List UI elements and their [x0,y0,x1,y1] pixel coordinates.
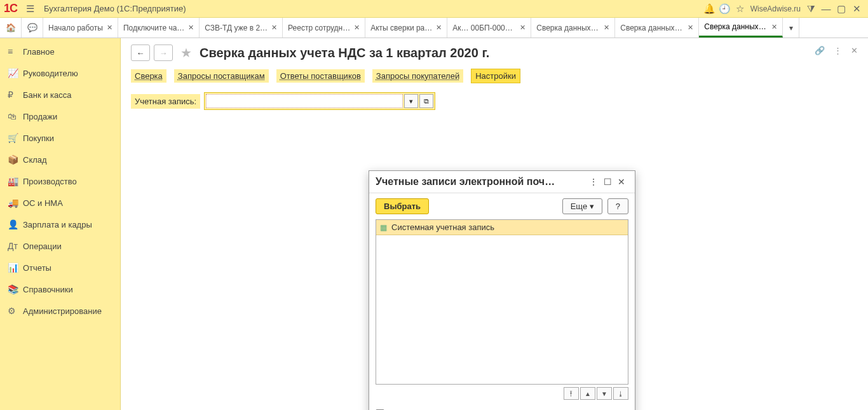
page-title: Сверка данных учета НДС за 1 квартал 202… [200,46,489,60]
minimize-icon[interactable]: — [818,3,834,14]
sidebar-item-main[interactable]: ≡Главное [0,41,120,62]
account-label: Учетная запись: [131,94,200,109]
list-item-label: Системная учетная запись [391,222,494,232]
subtab-zap-post[interactable]: Запросы поставщикам [174,69,269,83]
sidebar-item-label: ОС и НМА [23,198,63,208]
select-button[interactable]: Выбрать [376,198,429,214]
sidebar-item-prod[interactable]: 🏭Производство [0,170,120,192]
tab-6[interactable]: Сверка данных …✕ [531,18,615,38]
sidebar-item-label: Операции [23,242,62,251]
tab-close-icon[interactable]: ✕ [271,24,277,32]
sidebar-item-label: Банк и касса [23,90,72,100]
list-nav-last[interactable]: ⭳ [613,387,628,400]
tab-7[interactable]: Сверка данных …✕ [615,18,699,38]
tab-8[interactable]: Сверка данных …✕ [699,18,783,38]
tab-1[interactable]: Подключите ча…✕ [118,18,200,38]
kebab-icon[interactable]: ⋮ [834,46,842,55]
titlebar: 1C ☰ Бухгалтерия Демо (1С:Предприятие) 🔔… [0,0,868,18]
tab-close-icon[interactable]: ✕ [604,24,609,32]
dialog-close-icon[interactable]: ✕ [614,177,628,187]
tab-5[interactable]: Ак… 00БП-000001✕ [447,18,531,38]
sidebar-item-os[interactable]: 🚚ОС и НМА [0,192,120,214]
gear-icon: ⚙ [8,306,23,316]
dialog-title: Учетные записи электронной поч… [376,176,587,188]
close-page-icon[interactable]: ✕ [851,46,858,55]
nav-back-button[interactable]: ← [131,44,150,61]
history-icon[interactable]: 🕘 [717,3,733,15]
site-label: WiseAdwise.ru [750,4,801,13]
books-icon: 📚 [8,284,23,294]
ruble-icon: ₽ [8,90,23,100]
sidebar-item-label: Справочники [23,285,73,294]
list-nav-up[interactable]: ▲ [580,387,595,400]
discuss-button[interactable]: 💬 [22,18,43,38]
sidebar-item-admin[interactable]: ⚙Администрирование [0,300,120,322]
tab-close-icon[interactable]: ✕ [520,24,526,32]
bell-icon[interactable]: 🔔 [702,3,717,15]
subtabs: Сверка Запросы поставщикам Ответы постав… [131,69,858,83]
sidebar-item-reports[interactable]: 📊Отчеты [0,257,120,278]
sidebar-item-sales[interactable]: 🛍Продажи [0,106,120,127]
sidebar-item-label: Покупки [23,133,54,143]
subtab-settings[interactable]: Настройки [471,69,520,83]
chart-icon: 📈 [8,68,23,78]
sidebar-item-salary[interactable]: 👤Зарплата и кадры [0,214,120,235]
app-title: Бухгалтерия Демо (1С:Предприятие) [44,4,186,13]
tab-close-icon[interactable]: ✕ [188,24,194,32]
sidebar-item-label: Отчеты [23,263,51,273]
dialog-kebab-icon[interactable]: ⋮ [587,177,600,187]
favorite-star-icon[interactable]: ★ [180,45,192,60]
sidebar-item-manager[interactable]: 📈Руководителю [0,62,120,84]
sidebar-item-ops[interactable]: ДтОперации [0,235,120,257]
account-open-button[interactable]: ⧉ [419,94,433,108]
sidebar: ≡Главное 📈Руководителю ₽Банк и касса 🛍Пр… [0,38,121,410]
subtab-otv-post[interactable]: Ответы поставщиков [276,69,365,83]
dialog-maximize-icon[interactable]: ☐ [600,177,614,187]
more-button[interactable]: Еще ▾ [562,198,602,214]
sidebar-item-bank[interactable]: ₽Банк и касса [0,84,120,106]
truck-icon: 🚚 [8,198,23,208]
account-dropdown-button[interactable]: ▾ [404,94,418,108]
sidebar-item-label: Склад [23,155,47,165]
tab-4[interactable]: Акты сверки ра…✕ [365,18,447,38]
maximize-icon[interactable]: ▢ [834,3,849,15]
subtab-zap-pok[interactable]: Запросы покупателей [372,69,463,83]
tab-close-icon[interactable]: ✕ [107,24,112,32]
dialog-list[interactable]: ▦ Системная учетная запись [376,219,628,385]
tab-row: 🏠 💬 Начало работы✕ Подключите ча…✕ СЗВ-Т… [0,18,868,38]
link-icon[interactable]: 🔗 [815,46,825,55]
content: ← → ★ Сверка данных учета НДС за 1 кварт… [121,38,868,410]
tab-3[interactable]: Реестр сотрудн…✕ [283,18,365,38]
subtab-sverka[interactable]: Сверка [131,69,166,83]
help-button[interactable]: ? [607,198,628,214]
list-nav-down[interactable]: ▼ [597,387,612,400]
mail-account-icon: ▦ [380,223,391,232]
sidebar-item-label: Администрирование [23,306,102,316]
account-input[interactable] [206,94,403,108]
cart-icon: 🛒 [8,133,23,143]
tab-close-icon[interactable]: ✕ [688,24,693,32]
sidebar-item-purchase[interactable]: 🛒Покупки [0,127,120,149]
filter-icon[interactable]: ⧩ [803,3,818,15]
bars-icon: 📊 [8,263,23,273]
person-icon: 👤 [8,219,23,229]
tabs-dropdown[interactable]: ▾ [783,18,799,38]
nav-forward-button[interactable]: → [154,44,173,61]
box-icon: 📦 [8,154,23,165]
tab-close-icon[interactable]: ✕ [436,24,442,32]
email-accounts-dialog: Учетные записи электронной поч… ⋮ ☐ ✕ Вы… [369,170,635,410]
tab-close-icon[interactable]: ✕ [354,24,360,32]
list-item[interactable]: ▦ Системная учетная запись [376,220,628,235]
tab-close-icon[interactable]: ✕ [771,23,777,31]
sidebar-item-label: Главное [23,47,55,57]
close-icon[interactable]: ✕ [849,3,864,15]
sidebar-item-stock[interactable]: 📦Склад [0,149,120,170]
sidebar-item-ref[interactable]: 📚Справочники [0,278,120,300]
tab-2[interactable]: СЗВ-ТД уже в 2…✕ [200,18,283,38]
main-menu-icon[interactable]: ☰ [22,3,37,15]
home-button[interactable]: 🏠 [0,18,22,38]
star-icon[interactable]: ☆ [733,3,748,15]
menu-icon: ≡ [8,46,23,57]
tab-0[interactable]: Начало работы✕ [43,18,118,38]
list-nav-first[interactable]: ⭱ [564,387,579,400]
